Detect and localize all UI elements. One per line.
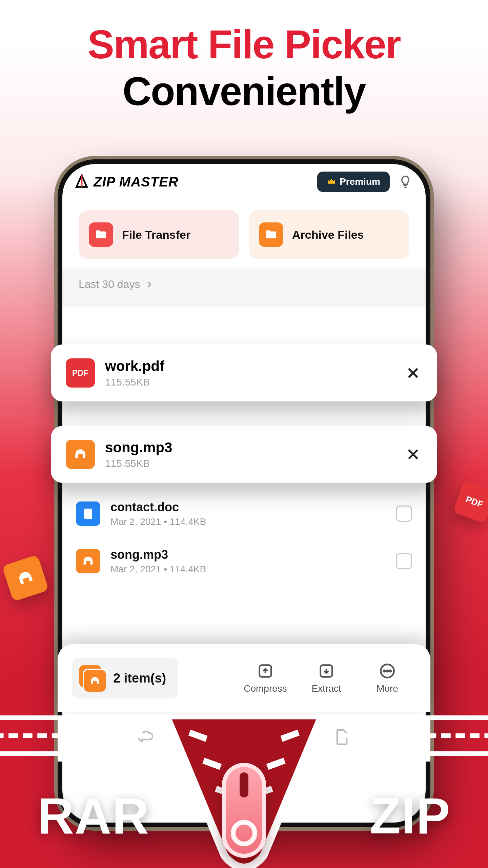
svg-rect-10 — [86, 516, 88, 517]
selected-file-card[interactable]: PDF work.pdf 115.55KB — [51, 344, 437, 401]
file-icon — [332, 728, 351, 747]
file-meta: Mar 2, 2021 • 114.4KB — [110, 516, 386, 527]
pdf-badge-text: PDF — [72, 368, 88, 378]
more-button[interactable]: More — [359, 662, 416, 694]
remove-selection-button[interactable] — [404, 364, 422, 382]
file-music-icon — [76, 549, 100, 573]
footer-rar: RAR — [37, 787, 149, 845]
premium-button[interactable]: Premium — [317, 172, 390, 192]
file-row[interactable]: song.mp3 Mar 2, 2021 • 114.4KB — [62, 537, 426, 585]
svg-rect-2 — [269, 237, 270, 238]
extract-button[interactable]: Extract — [298, 662, 355, 694]
app-brand-text: ZIP Master — [94, 174, 179, 190]
crown-icon — [327, 177, 336, 186]
selected-file-name: song.mp3 — [105, 439, 394, 456]
upload-box-icon — [257, 662, 274, 680]
hint-button[interactable] — [396, 173, 414, 191]
lightbulb-icon — [398, 174, 413, 189]
app-logo-icon — [74, 174, 89, 190]
feature-row: File Transfer Archive Files — [62, 197, 426, 269]
svg-point-14 — [384, 670, 385, 672]
svg-point-16 — [390, 670, 391, 672]
compress-label: Compress — [244, 683, 287, 694]
filter-label: Last 30 days — [79, 278, 140, 291]
selected-file-size: 115.55KB — [105, 376, 394, 388]
headline-line-2: Conveniently — [0, 71, 488, 113]
svg-rect-1 — [269, 235, 270, 236]
folder-sync-icon — [89, 222, 113, 247]
folder-icon — [235, 728, 253, 747]
selection-count-pill[interactable]: 2 item(s) — [72, 658, 178, 698]
decor-music-chip — [2, 555, 49, 602]
file-doc-icon — [76, 501, 100, 526]
file-row[interactable]: contact.doc Mar 2, 2021 • 114.4KB — [62, 490, 426, 537]
selection-count-label: 2 item(s) — [113, 671, 166, 686]
selected-file-card[interactable]: song.mp3 115.55KB — [51, 426, 437, 483]
file-checkbox[interactable] — [396, 506, 412, 522]
more-circle-icon — [379, 662, 396, 680]
file-name: contact.doc — [110, 500, 386, 514]
feature-file-transfer-label: File Transfer — [122, 228, 190, 241]
compress-button[interactable]: Compress — [237, 662, 294, 694]
zipper-pull-icon — [222, 763, 266, 858]
selected-file-name: work.pdf — [105, 358, 394, 374]
filter-last-30-days[interactable]: Last 30 days — [62, 269, 426, 307]
selection-action-bar: 2 item(s) Compress Extract More — [58, 644, 430, 712]
app-brand: ZIP Master — [74, 174, 179, 190]
close-icon — [406, 366, 421, 380]
headline-line-1: Smart File Picker — [0, 24, 488, 66]
remove-selection-button[interactable] — [404, 445, 422, 463]
extract-label: Extract — [311, 683, 341, 694]
svg-rect-8 — [86, 511, 90, 512]
close-icon — [406, 447, 421, 462]
svg-point-15 — [387, 670, 388, 672]
feature-file-transfer[interactable]: File Transfer — [79, 210, 239, 259]
decor-pdf-chip: PDF — [453, 480, 488, 524]
file-checkbox[interactable] — [396, 553, 412, 569]
chevron-right-icon — [145, 280, 154, 289]
footer-zip: ZIP — [370, 787, 451, 845]
more-label: More — [377, 683, 398, 694]
feature-archive-files[interactable]: Archive Files — [249, 210, 409, 259]
svg-rect-0 — [269, 233, 270, 234]
premium-label: Premium — [340, 176, 380, 187]
cloud-icon — [137, 728, 156, 747]
selection-stack-icon — [79, 665, 105, 691]
selected-file-size: 115.55KB — [105, 458, 394, 469]
bottom-nav-peek — [58, 719, 430, 762]
file-pdf-icon: PDF — [66, 358, 95, 388]
download-box-icon — [318, 662, 335, 680]
file-meta: Mar 2, 2021 • 114.4KB — [110, 564, 386, 575]
file-music-icon — [66, 440, 95, 469]
feature-archive-files-label: Archive Files — [292, 228, 364, 241]
folder-zip-icon — [259, 222, 283, 247]
marketing-headline: Smart File Picker Conveniently — [0, 24, 488, 113]
app-topbar: ZIP Master Premium — [62, 164, 426, 197]
svg-rect-9 — [86, 514, 90, 515]
file-name: song.mp3 — [110, 548, 386, 562]
